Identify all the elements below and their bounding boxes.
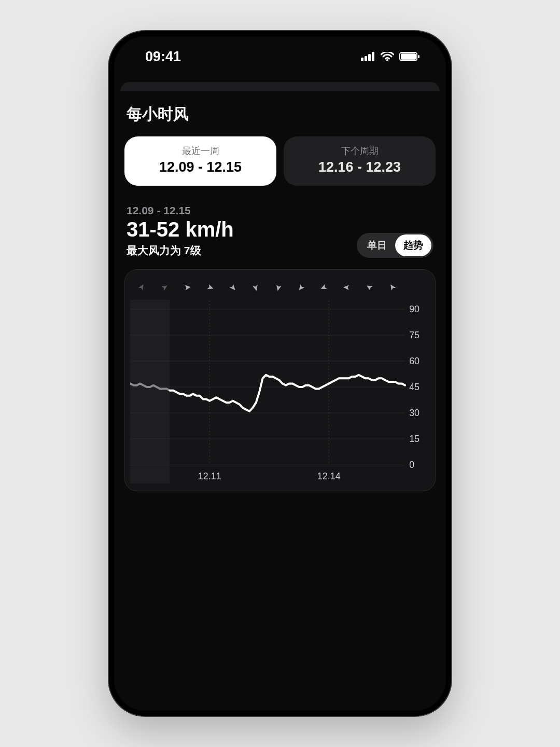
svg-rect-6 bbox=[401, 53, 416, 60]
tab-recent-range: 12.09 - 12.15 bbox=[130, 159, 271, 175]
wind-arrow-icon bbox=[343, 283, 351, 292]
section-title: 每小时风 bbox=[124, 104, 436, 125]
tab-recent-label: 最近一周 bbox=[130, 145, 271, 157]
svg-rect-7 bbox=[418, 55, 419, 58]
wind-arrow-icon bbox=[366, 283, 374, 292]
svg-rect-1 bbox=[365, 56, 367, 61]
wind-arrow-icon bbox=[274, 283, 283, 292]
wind-arrow-icon bbox=[160, 283, 169, 292]
content: 每小时风 最近一周 12.09 - 12.15 下个周期 12.16 - 12.… bbox=[114, 91, 446, 491]
wind-arrow-icon bbox=[388, 283, 397, 292]
tab-next-range: 12.16 - 12.23 bbox=[289, 159, 430, 175]
wind-direction-strip bbox=[130, 277, 430, 298]
svg-text:45: 45 bbox=[409, 382, 419, 392]
status-time: 09:41 bbox=[145, 49, 181, 65]
summary-subtitle: 最大风力为 7级 bbox=[127, 243, 234, 258]
wifi-icon bbox=[381, 52, 394, 61]
screen: 09:41 bbox=[114, 36, 446, 711]
wind-arrow-icon bbox=[206, 283, 214, 292]
svg-rect-0 bbox=[361, 58, 363, 61]
svg-text:0: 0 bbox=[409, 460, 414, 470]
status-right bbox=[361, 52, 420, 61]
summary-range: 12.09 - 12.15 bbox=[127, 204, 234, 217]
svg-text:12.14: 12.14 bbox=[317, 471, 341, 481]
svg-rect-2 bbox=[368, 54, 371, 61]
toggle-trend[interactable]: 趋势 bbox=[395, 234, 431, 256]
svg-text:30: 30 bbox=[409, 408, 419, 418]
summary-row: 12.09 - 12.15 31-52 km/h 最大风力为 7级 单日 趋势 bbox=[124, 204, 436, 258]
tab-next-period[interactable]: 下个周期 12.16 - 12.23 bbox=[284, 136, 436, 186]
wind-arrow-icon bbox=[137, 283, 146, 292]
chart-card[interactable]: 015304560759012.1112.14 bbox=[124, 269, 436, 491]
svg-rect-8 bbox=[130, 300, 170, 483]
cellular-signal-icon bbox=[361, 52, 375, 61]
wind-arrow-icon bbox=[251, 283, 260, 292]
svg-text:12.11: 12.11 bbox=[198, 471, 221, 481]
svg-point-4 bbox=[386, 59, 388, 61]
wind-chart: 015304560759012.1112.14 bbox=[130, 300, 430, 483]
tab-recent-week[interactable]: 最近一周 12.09 - 12.15 bbox=[124, 136, 276, 186]
summary-text: 12.09 - 12.15 31-52 km/h 最大风力为 7级 bbox=[127, 204, 234, 258]
plot-area: 015304560759012.1112.14 bbox=[130, 300, 430, 483]
summary-value: 31-52 km/h bbox=[127, 218, 234, 241]
svg-text:15: 15 bbox=[409, 434, 419, 444]
wind-arrow-icon bbox=[320, 283, 328, 292]
svg-text:60: 60 bbox=[409, 356, 419, 366]
wind-arrow-icon bbox=[229, 283, 237, 292]
date-range-tabs: 最近一周 12.09 - 12.15 下个周期 12.16 - 12.23 bbox=[124, 136, 436, 186]
status-bar: 09:41 bbox=[114, 36, 446, 77]
phone-frame: 09:41 bbox=[109, 31, 451, 716]
svg-text:75: 75 bbox=[409, 330, 419, 340]
wind-arrow-icon bbox=[297, 283, 305, 292]
wind-arrow-icon bbox=[183, 283, 191, 292]
svg-rect-3 bbox=[372, 52, 374, 61]
toggle-single-day[interactable]: 单日 bbox=[359, 234, 395, 256]
svg-text:90: 90 bbox=[409, 304, 419, 314]
previous-card-edge bbox=[120, 82, 440, 91]
view-toggle: 单日 趋势 bbox=[357, 233, 433, 258]
battery-icon bbox=[399, 52, 420, 61]
tab-next-label: 下个周期 bbox=[289, 145, 430, 157]
